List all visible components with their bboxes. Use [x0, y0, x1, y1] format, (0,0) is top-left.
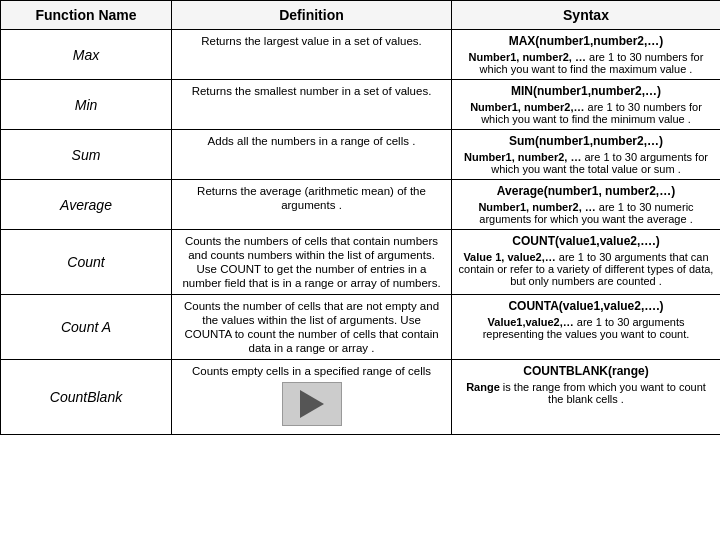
- definition-cell: Adds all the numbers in a range of cells…: [172, 130, 452, 180]
- syntax-cell: COUNTBLANK(range)Range is the range from…: [452, 360, 721, 435]
- definition-text: Adds all the numbers in a range of cells…: [208, 135, 416, 147]
- definition-cell: Counts the number of cells that are not …: [172, 295, 452, 360]
- function-name-cell: CountBlank: [1, 360, 172, 435]
- syntax-cell: Sum(number1,number2,…)Number1, number2, …: [452, 130, 721, 180]
- syntax-description: Value 1, value2,… are 1 to 30 arguments …: [458, 251, 714, 287]
- syntax-description: Number1, number2, … are 1 to 30 argument…: [458, 151, 714, 175]
- play-button[interactable]: [282, 382, 342, 426]
- header-syntax: Syntax: [452, 1, 721, 30]
- table-row: MaxReturns the largest value in a set of…: [1, 30, 721, 80]
- syntax-cell: MAX(number1,number2,…)Number1, number2, …: [452, 30, 721, 80]
- syntax-cell: MIN(number1,number2,…)Number1, number2,……: [452, 80, 721, 130]
- function-name-cell: Max: [1, 30, 172, 80]
- function-name-cell: Count: [1, 230, 172, 295]
- syntax-description: Value1,value2,… are 1 to 30 arguments re…: [458, 316, 714, 340]
- syntax-cell: Average(number1, number2,…)Number1, numb…: [452, 180, 721, 230]
- definition-text: Counts empty cells in a specified range …: [192, 365, 431, 377]
- header-function-name: Function Name: [1, 1, 172, 30]
- definition-cell: Returns the average (arithmetic mean) of…: [172, 180, 452, 230]
- definition-text: Returns the smallest number in a set of …: [192, 85, 432, 97]
- table-row: CountCounts the numbers of cells that co…: [1, 230, 721, 295]
- syntax-title: MIN(number1,number2,…): [458, 84, 714, 98]
- syntax-cell: COUNTA(value1,value2,….)Value1,value2,… …: [452, 295, 721, 360]
- definition-text: Counts the numbers of cells that contain…: [182, 235, 440, 289]
- header-definition: Definition: [172, 1, 452, 30]
- play-triangle-icon: [300, 390, 324, 418]
- table-row: SumAdds all the numbers in a range of ce…: [1, 130, 721, 180]
- definition-cell: Counts the numbers of cells that contain…: [172, 230, 452, 295]
- definition-text: Returns the largest value in a set of va…: [201, 35, 422, 47]
- table-row: CountBlankCounts empty cells in a specif…: [1, 360, 721, 435]
- syntax-title: Sum(number1,number2,…): [458, 134, 714, 148]
- syntax-title: Average(number1, number2,…): [458, 184, 714, 198]
- syntax-title: COUNTBLANK(range): [458, 364, 714, 378]
- definition-cell: Returns the largest value in a set of va…: [172, 30, 452, 80]
- table-row: AverageReturns the average (arithmetic m…: [1, 180, 721, 230]
- definition-text: Counts the number of cells that are not …: [184, 300, 439, 354]
- syntax-title: MAX(number1,number2,…): [458, 34, 714, 48]
- syntax-description: Range is the range from which you want t…: [458, 381, 714, 405]
- definition-text: Returns the average (arithmetic mean) of…: [197, 185, 426, 211]
- syntax-cell: COUNT(value1,value2,….)Value 1, value2,……: [452, 230, 721, 295]
- function-name-cell: Sum: [1, 130, 172, 180]
- function-name-cell: Min: [1, 80, 172, 130]
- table-row: MinReturns the smallest number in a set …: [1, 80, 721, 130]
- function-name-cell: Average: [1, 180, 172, 230]
- definition-cell: Counts empty cells in a specified range …: [172, 360, 452, 435]
- table-row: Count ACounts the number of cells that a…: [1, 295, 721, 360]
- syntax-title: COUNT(value1,value2,….): [458, 234, 714, 248]
- syntax-title: COUNTA(value1,value2,….): [458, 299, 714, 313]
- definition-cell: Returns the smallest number in a set of …: [172, 80, 452, 130]
- syntax-description: Number1, number2, … are 1 to 30 numeric …: [458, 201, 714, 225]
- syntax-description: Number1, number2,… are 1 to 30 numbers f…: [458, 101, 714, 125]
- function-name-cell: Count A: [1, 295, 172, 360]
- play-button-container: [178, 378, 445, 430]
- syntax-description: Number1, number2, … are 1 to 30 numbers …: [458, 51, 714, 75]
